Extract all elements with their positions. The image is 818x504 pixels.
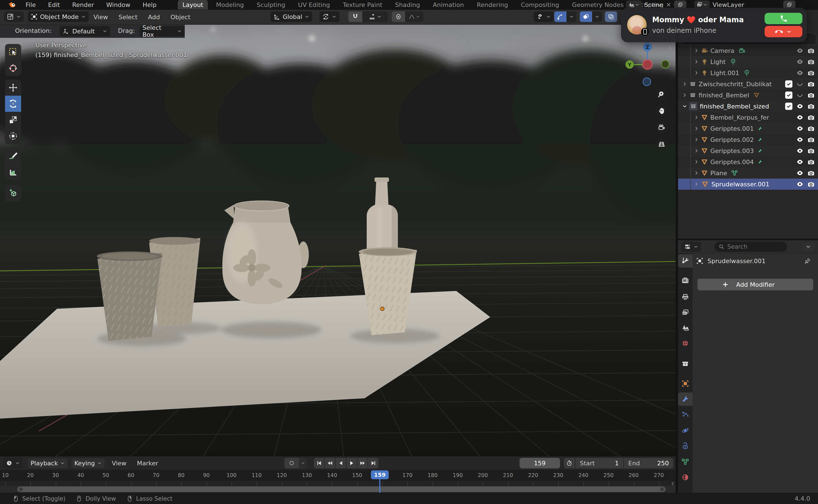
properties-tab-output[interactable] [678, 290, 693, 304]
eye-icon[interactable] [796, 169, 804, 177]
editor-divider-vertical[interactable] [676, 9, 678, 493]
tool-rotate[interactable] [5, 96, 21, 112]
workspace-tab-shading[interactable]: Shading [390, 0, 425, 9]
snap-toggle-button[interactable] [348, 11, 362, 22]
call-notification[interactable]: Mommy ❤️ oder Mama von deinem iPhone [621, 8, 807, 42]
camera-render-icon[interactable] [807, 125, 815, 132]
editor-divider-horizontal[interactable] [678, 239, 818, 240]
chevron-right-icon[interactable] [694, 170, 699, 176]
eye-icon[interactable] [796, 136, 804, 143]
transport-prev-keyframe-button[interactable] [325, 458, 335, 468]
chevron-down-icon[interactable] [682, 103, 688, 109]
accept-call-button[interactable] [765, 13, 802, 24]
workspace-tab-layout[interactable]: Layout [178, 0, 208, 9]
outliner-row[interactable]: Camera [678, 45, 818, 56]
timeline-menu-view[interactable]: View [112, 460, 126, 467]
eye-closed-icon[interactable] [796, 80, 804, 88]
collection-checkbox[interactable] [785, 80, 792, 88]
tool-measure[interactable] [5, 164, 21, 180]
eye-icon[interactable] [796, 69, 804, 76]
proportional-falloff-dropdown[interactable] [405, 11, 423, 22]
decline-call-button[interactable] [765, 26, 802, 37]
properties-tab-scene[interactable] [678, 321, 693, 334]
timeline-menu-playback[interactable]: Playback [28, 458, 68, 468]
outliner-row[interactable]: Geripptes.004 [678, 156, 818, 167]
camera-render-icon[interactable] [807, 181, 815, 188]
scene-unlink-icon[interactable] [666, 2, 671, 8]
workspace-tab-texture-paint[interactable]: Texture Paint [338, 0, 387, 9]
transport-play-button[interactable] [346, 458, 357, 468]
eye-icon[interactable] [796, 125, 804, 132]
nav-toggle-grid-button[interactable] [655, 138, 668, 150]
tool-move[interactable] [5, 80, 21, 96]
viewlayer-name[interactable]: ViewLayer [713, 1, 744, 8]
camera-render-icon[interactable] [807, 147, 815, 154]
viewport-3d[interactable] [0, 24, 676, 456]
tool-cursor[interactable] [5, 60, 21, 76]
drag-dropdown[interactable]: Select Box [140, 26, 185, 36]
chevron-right-icon[interactable] [694, 137, 699, 142]
current-frame-badge[interactable]: 159 [371, 470, 389, 479]
eye-icon[interactable] [796, 181, 804, 188]
outliner-row[interactable]: Zwischeschritt_Dublikat [678, 78, 818, 90]
chevron-right-icon[interactable] [694, 48, 699, 53]
eye-icon[interactable] [796, 58, 804, 65]
properties-tab-material[interactable] [678, 471, 693, 484]
timeline-ruler[interactable]: 1020304050607080901001101201301401501601… [0, 470, 676, 481]
transport-jump-end-button[interactable] [368, 458, 378, 468]
camera-render-icon[interactable] [807, 169, 815, 177]
gizmos-dropdown[interactable] [566, 11, 576, 22]
tool-annotate[interactable] [5, 147, 21, 164]
workspace-tab-geometry-nodes[interactable]: Geometry Nodes [567, 0, 629, 9]
gizmo-axis-neg-y[interactable] [661, 60, 669, 68]
chevron-right-icon[interactable] [694, 159, 699, 165]
navigation-gizmo[interactable]: Z Y [623, 42, 671, 89]
timeline-menu-keying[interactable]: Keying [72, 458, 105, 468]
outliner-row[interactable]: Geripptes.001 [678, 123, 818, 134]
chevron-right-icon[interactable] [694, 148, 699, 154]
orientation-dropdown[interactable]: Default [60, 26, 110, 36]
toggle-xray-button[interactable] [605, 11, 617, 22]
timeline-menu-marker[interactable]: Marker [137, 460, 158, 467]
viewport-menu-view[interactable]: View [93, 14, 108, 21]
snap-settings-dropdown[interactable] [362, 11, 388, 22]
collection-checkbox[interactable] [785, 92, 792, 99]
properties-tab-tool[interactable] [678, 254, 693, 268]
eye-icon[interactable] [796, 103, 804, 110]
eye-icon[interactable] [796, 147, 804, 154]
timeline-editor-dropdown[interactable] [3, 458, 23, 468]
gizmo-axis-x[interactable] [643, 60, 652, 69]
camera-render-icon[interactable] [807, 47, 815, 54]
transport-next-keyframe-button[interactable] [357, 458, 368, 468]
outliner-row[interactable]: Light [678, 56, 818, 67]
workspace-tab-sculpting[interactable]: Sculpting [252, 0, 290, 9]
tool-add-cube[interactable] [5, 185, 21, 201]
add-modifier-button[interactable]: Add Modifier [698, 279, 813, 290]
autokey-dropdown[interactable] [299, 458, 307, 468]
camera-render-icon[interactable] [807, 80, 815, 88]
properties-tab-object-data[interactable] [678, 455, 693, 468]
mode-dropdown[interactable]: Object Mode [28, 11, 89, 22]
chevron-right-icon[interactable] [682, 81, 688, 87]
playhead-line[interactable] [379, 479, 380, 493]
eye-icon[interactable] [796, 114, 804, 121]
camera-render-icon[interactable] [807, 69, 815, 76]
workspace-tab-uv-editing[interactable]: UV Editing [293, 0, 335, 9]
workspace-tab-modeling[interactable]: Modeling [211, 0, 248, 9]
editor-type-dropdown[interactable] [4, 11, 24, 22]
viewport-menu-add[interactable]: Add [148, 14, 160, 21]
properties-tab-physics[interactable] [678, 424, 693, 437]
workspace-tab-rendering[interactable]: Rendering [472, 0, 513, 9]
properties-tab-view-layer[interactable] [678, 306, 693, 319]
outliner-row[interactable]: Sprudelwasser.001 [678, 179, 818, 190]
properties-search-input[interactable]: Search [714, 242, 787, 252]
camera-render-icon[interactable] [807, 103, 815, 110]
camera-render-icon[interactable] [807, 136, 815, 143]
pivot-point-dropdown[interactable] [319, 11, 339, 22]
eye-closed-icon[interactable] [796, 92, 804, 99]
current-frame-field[interactable]: 159 [519, 458, 560, 468]
camera-render-icon[interactable] [807, 158, 815, 165]
blender-logo-icon[interactable] [8, 1, 16, 9]
chevron-right-icon[interactable] [694, 181, 699, 187]
outliner-row[interactable]: Bembel_Korpus_fer [678, 112, 818, 123]
